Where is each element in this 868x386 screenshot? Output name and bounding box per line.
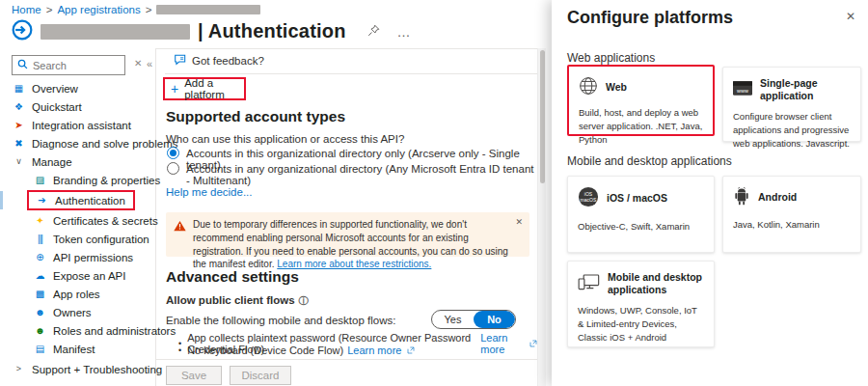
supported-account-types-heading: Supported account types bbox=[166, 108, 345, 125]
sidebar-item-integration-assistant[interactable]: ➤ Integration assistant bbox=[0, 116, 155, 134]
mobile-desktop-heading: Mobile and desktop applications bbox=[567, 154, 732, 168]
sidebar-item-manifest[interactable]: ▤ Manifest bbox=[0, 340, 155, 358]
toggle-no[interactable]: No bbox=[474, 311, 515, 328]
platform-card-spa[interactable]: www Single-page application Configure br… bbox=[722, 67, 861, 142]
sidebar-item-expose-api[interactable]: ☁ Expose an API bbox=[0, 266, 155, 285]
redacted-app-name bbox=[156, 5, 260, 14]
page-title: | Authentication bbox=[198, 20, 346, 42]
svg-text:iOS: iOS bbox=[584, 191, 593, 197]
add-platform-button[interactable]: + Add a platform bbox=[163, 77, 246, 100]
authentication-icon: ➔ bbox=[36, 196, 48, 206]
sidebar-item-quickstart[interactable]: ❖ Quickstart bbox=[0, 97, 155, 116]
sidebar-item-app-roles[interactable]: ▩ App roles bbox=[0, 285, 155, 303]
card-title: Mobile and desktop applications bbox=[608, 271, 704, 296]
svg-text:www: www bbox=[736, 88, 748, 94]
public-client-flows-toggle[interactable]: Yes No bbox=[431, 310, 516, 329]
selection-indicator bbox=[0, 191, 3, 209]
breadcrumb-app-registrations[interactable]: App registrations bbox=[57, 4, 140, 15]
tools-icon: ✖ bbox=[13, 139, 25, 149]
collapse-sidebar-icon[interactable]: « bbox=[147, 58, 152, 69]
sidebar-item-branding[interactable]: ▨ Branding & properties bbox=[0, 171, 155, 189]
card-description: Objective-C, Swift, Xamarin bbox=[578, 220, 704, 234]
people-icon: ☻ bbox=[34, 308, 46, 317]
platform-card-web[interactable]: Web Build, host, and deploy a web server… bbox=[567, 65, 715, 136]
app-roles-icon: ▩ bbox=[34, 290, 46, 299]
divider bbox=[165, 73, 537, 74]
sidebar-group-support[interactable]: > Support + Troubleshooting bbox=[0, 360, 155, 378]
discard-button[interactable]: Discard bbox=[230, 366, 291, 385]
sidebar-item-label: Expose an API bbox=[53, 270, 125, 282]
allow-public-client-flows-label: Allow public client flowsⓘ bbox=[166, 294, 309, 308]
apple-ios-icon: iOSmacOS bbox=[578, 186, 599, 210]
learn-more-link[interactable]: Learn more bbox=[480, 332, 524, 355]
save-button[interactable]: Save bbox=[166, 366, 222, 385]
advanced-settings-heading: Advanced settings bbox=[166, 268, 299, 286]
warning-learn-more-link[interactable]: Learn more about these restrictions. bbox=[277, 259, 431, 269]
sidebar: ✕ « ▦ Overview ❖ Quickstart ➤ Integratio… bbox=[0, 48, 155, 386]
sidebar-item-authentication[interactable]: ➔ Authentication bbox=[0, 189, 155, 211]
sidebar-nav: ▦ Overview ❖ Quickstart ➤ Integration as… bbox=[0, 79, 155, 378]
api-permissions-icon: ⊕ bbox=[34, 253, 46, 262]
pin-icon[interactable] bbox=[367, 24, 380, 40]
annotation-box: ➔ Authentication bbox=[27, 190, 135, 210]
sidebar-item-label: API permissions bbox=[53, 252, 133, 263]
sidebar-item-diagnose[interactable]: ✖ Diagnose and solve problems bbox=[0, 134, 155, 152]
azure-portal-window: Home > App registrations > | Authenticat… bbox=[0, 0, 868, 386]
sidebar-item-label: Overview bbox=[32, 83, 78, 95]
svg-text:macOS: macOS bbox=[581, 197, 597, 203]
radio-multitenant-label: Accounts in any organizational directory… bbox=[186, 163, 537, 186]
card-title: Single-page application bbox=[760, 77, 851, 102]
divider bbox=[155, 359, 537, 360]
sidebar-item-roles-admins[interactable]: ☻ Roles and administrators bbox=[0, 321, 155, 340]
close-panel-icon[interactable]: ✕ bbox=[846, 10, 855, 23]
sidebar-group-manage[interactable]: ∨ Manage bbox=[0, 152, 155, 171]
grid-icon: ▦ bbox=[13, 84, 25, 94]
scrollbar-thumb[interactable] bbox=[540, 50, 545, 183]
card-description: Windows, UWP, Console, IoT & Limited-ent… bbox=[578, 304, 704, 344]
toggle-yes[interactable]: Yes bbox=[432, 311, 474, 328]
chevron-right-icon: > bbox=[13, 365, 25, 373]
sidebar-item-api-permissions[interactable]: ⊕ API permissions bbox=[0, 248, 155, 266]
info-icon: ⓘ bbox=[299, 295, 309, 306]
bullet-dot: • bbox=[178, 345, 181, 355]
document-icon: ▤ bbox=[34, 345, 46, 354]
more-options-icon[interactable]: … bbox=[397, 24, 411, 40]
radio-single-tenant[interactable] bbox=[167, 147, 179, 159]
sidebar-item-token-configuration[interactable]: ||| Token configuration bbox=[0, 230, 155, 248]
sidebar-item-label: Owners bbox=[53, 307, 92, 318]
breadcrumb: Home > App registrations > bbox=[12, 4, 260, 15]
breadcrumb-separator: > bbox=[46, 4, 53, 15]
platform-card-mobile-desktop[interactable]: Mobile and desktop applications Windows,… bbox=[567, 261, 715, 347]
admin-person-icon: ☻ bbox=[34, 326, 46, 336]
card-description: Java, Kotlin, Xamarin bbox=[733, 218, 851, 232]
close-warning-icon[interactable]: ✕ bbox=[515, 216, 523, 228]
warning-banner: Due to temporary differences in supporte… bbox=[166, 212, 529, 257]
platform-card-android[interactable]: Android Java, Kotlin, Xamarin bbox=[722, 176, 861, 253]
card-title: iOS / macOS bbox=[607, 192, 667, 205]
breadcrumb-home[interactable]: Home bbox=[12, 4, 41, 15]
branding-icon: ▨ bbox=[34, 176, 46, 185]
configure-platforms-panel: Configure platforms ✕ Web applications W… bbox=[552, 0, 868, 386]
got-feedback-label: Got feedback? bbox=[192, 55, 264, 67]
sidebar-item-certificates[interactable]: ✦ Certificates & secrets bbox=[0, 211, 155, 230]
learn-more-link[interactable]: Learn more bbox=[347, 345, 401, 356]
chevron-down-icon: ∨ bbox=[13, 157, 25, 166]
got-feedback-button[interactable]: Got feedback? bbox=[174, 54, 264, 68]
flow-bullet-device-code: • No keyboard (Device Code Flow) Learn m… bbox=[178, 345, 415, 356]
sidebar-search[interactable] bbox=[12, 55, 125, 75]
search-input[interactable] bbox=[33, 60, 110, 71]
sidebar-item-owners[interactable]: ☻ Owners bbox=[0, 303, 155, 321]
sidebar-item-overview[interactable]: ▦ Overview bbox=[0, 79, 155, 97]
search-icon bbox=[17, 59, 28, 72]
radio-multitenant[interactable] bbox=[167, 162, 179, 175]
sidebar-group-label: Manage bbox=[32, 156, 72, 168]
vertical-scrollbar[interactable] bbox=[537, 48, 546, 386]
clear-search-icon[interactable]: ✕ bbox=[134, 58, 142, 69]
platform-card-ios-macos[interactable]: iOSmacOS iOS / macOS Objective-C, Swift,… bbox=[567, 176, 715, 253]
help-me-decide-link[interactable]: Help me decide... bbox=[166, 186, 253, 198]
globe-icon bbox=[579, 76, 598, 98]
card-description: Build, host, and deploy a web server app… bbox=[579, 106, 703, 146]
add-platform-label: Add a platform bbox=[184, 77, 244, 100]
key-icon: ✦ bbox=[34, 216, 46, 226]
supported-question: Who can use this application or access t… bbox=[166, 133, 404, 145]
